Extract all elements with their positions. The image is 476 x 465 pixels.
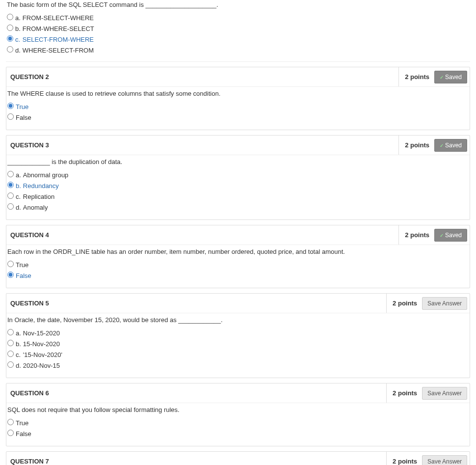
radio-true[interactable] bbox=[7, 103, 14, 109]
points-label: 2 points bbox=[393, 458, 417, 465]
question-title: QUESTION 7 bbox=[6, 452, 53, 465]
points-label: 2 points bbox=[393, 300, 417, 307]
question-title: QUESTION 2 bbox=[6, 67, 53, 86]
question-header: QUESTION 7 2 points Save Answer bbox=[6, 452, 470, 465]
option-d[interactable]: d. WHERE-SELECT-FROM bbox=[6, 45, 95, 55]
question-meta: 2 points Save Answer bbox=[386, 383, 470, 403]
save-answer-button[interactable]: Save Answer bbox=[422, 455, 467, 465]
question-meta: 2 points ✓Saved bbox=[398, 67, 470, 86]
option-letter: a. bbox=[15, 169, 22, 180]
radio-false[interactable] bbox=[7, 430, 14, 436]
question-prompt: The WHERE clause is used to retrieve col… bbox=[6, 89, 470, 101]
check-icon: ✓ bbox=[440, 75, 444, 80]
saved-button[interactable]: ✓Saved bbox=[434, 139, 467, 152]
option-true[interactable]: True bbox=[6, 259, 32, 270]
check-icon: ✓ bbox=[440, 233, 444, 238]
question-4: QUESTION 4 2 points ✓Saved Each row in t… bbox=[6, 225, 470, 288]
option-text: WHERE-SELECT-FROM bbox=[22, 45, 95, 55]
question-6: QUESTION 6 2 points Save Answer SQL does… bbox=[6, 383, 470, 446]
points-label: 2 points bbox=[405, 141, 429, 149]
option-true[interactable]: True bbox=[6, 101, 32, 112]
option-text: Nov-15-2020 bbox=[22, 328, 63, 338]
saved-label: Saved bbox=[445, 74, 462, 81]
question-header: QUESTION 3 2 points ✓Saved bbox=[6, 136, 470, 155]
option-d[interactable]: d. 2020-Nov-15 bbox=[6, 360, 63, 371]
option-text: 2020-Nov-15 bbox=[22, 360, 63, 371]
radio-d[interactable] bbox=[7, 361, 14, 368]
radio-c[interactable] bbox=[7, 35, 13, 42]
radio-false[interactable] bbox=[7, 272, 14, 278]
options: True False bbox=[6, 417, 32, 439]
question-title: QUESTION 5 bbox=[6, 294, 53, 313]
question-meta: 2 points ✓Saved bbox=[398, 225, 470, 245]
option-letter: c. bbox=[15, 191, 22, 202]
option-c[interactable]: c. Replication bbox=[6, 191, 69, 202]
points-label: 2 points bbox=[393, 389, 417, 397]
option-text: True bbox=[15, 417, 32, 428]
saved-label: Saved bbox=[445, 142, 462, 149]
option-false[interactable]: False bbox=[6, 112, 32, 123]
radio-d[interactable] bbox=[7, 203, 14, 210]
option-text: Abnormal group bbox=[22, 169, 70, 180]
option-c[interactable]: c. '15-Nov-2020' bbox=[6, 349, 63, 360]
option-text: False bbox=[15, 428, 32, 439]
option-text: False bbox=[15, 270, 32, 281]
option-text: Replication bbox=[22, 191, 70, 202]
radio-b[interactable] bbox=[7, 182, 14, 188]
option-letter: b. bbox=[15, 180, 22, 191]
check-icon: ✓ bbox=[440, 143, 444, 148]
option-letter: d. bbox=[14, 45, 22, 55]
option-b[interactable]: b. 15-Nov-2020 bbox=[6, 338, 63, 349]
option-a[interactable]: a. Nov-15-2020 bbox=[6, 328, 63, 338]
question-header: QUESTION 4 2 points ✓Saved bbox=[6, 225, 470, 245]
question-title: QUESTION 6 bbox=[6, 383, 53, 403]
option-b[interactable]: b. Redundancy bbox=[6, 180, 69, 191]
question-meta: 2 points Save Answer bbox=[386, 294, 470, 313]
save-answer-button[interactable]: Save Answer bbox=[422, 297, 467, 310]
question-title: QUESTION 4 bbox=[6, 225, 53, 245]
saved-button[interactable]: ✓Saved bbox=[434, 71, 467, 83]
radio-b[interactable] bbox=[7, 340, 14, 346]
options: True False bbox=[6, 101, 32, 123]
option-letter: b. bbox=[15, 338, 22, 349]
radio-a[interactable] bbox=[7, 329, 14, 335]
options: True False bbox=[6, 259, 32, 281]
question-header: QUESTION 6 2 points Save Answer bbox=[6, 383, 470, 403]
option-true[interactable]: True bbox=[6, 417, 32, 428]
radio-a[interactable] bbox=[7, 14, 13, 20]
radio-d[interactable] bbox=[7, 46, 13, 53]
question-5: QUESTION 5 2 points Save Answer In Oracl… bbox=[6, 293, 470, 378]
question-prompt: Each row in the ORDR_LINE table has an o… bbox=[6, 247, 470, 259]
question-meta: 2 points ✓Saved bbox=[398, 136, 470, 155]
option-text: 15-Nov-2020 bbox=[22, 338, 63, 349]
radio-true[interactable] bbox=[7, 419, 14, 425]
options: a. Nov-15-2020 b. 15-Nov-2020 c. '15-Nov… bbox=[6, 328, 63, 371]
radio-a[interactable] bbox=[7, 171, 14, 177]
option-text: FROM-SELECT-WHERE bbox=[22, 12, 95, 23]
points-label: 2 points bbox=[405, 231, 429, 239]
radio-c[interactable] bbox=[7, 192, 14, 199]
radio-c[interactable] bbox=[7, 351, 14, 357]
option-d[interactable]: d. Anomaly bbox=[6, 202, 69, 213]
radio-false[interactable] bbox=[7, 113, 14, 120]
radio-true[interactable] bbox=[7, 261, 14, 267]
question-prompt: In Oracle, the date, November 15, 2020, … bbox=[6, 315, 470, 328]
option-letter: c. bbox=[15, 349, 22, 360]
option-text: True bbox=[15, 259, 32, 270]
option-letter: a. bbox=[15, 328, 22, 338]
option-false[interactable]: False bbox=[6, 270, 32, 281]
question-7: QUESTION 7 2 points Save Answer The ____… bbox=[6, 451, 470, 465]
option-a[interactable]: a. Abnormal group bbox=[6, 169, 69, 180]
save-answer-button[interactable]: Save Answer bbox=[422, 387, 467, 400]
saved-label: Saved bbox=[445, 232, 462, 239]
option-false[interactable]: False bbox=[6, 428, 32, 439]
option-letter: c. bbox=[14, 34, 22, 45]
question-1: The basic form of the SQL SELECT command… bbox=[6, 0, 470, 62]
options: a. Abnormal group b. Redundancy c. Repli… bbox=[6, 169, 69, 213]
saved-button[interactable]: ✓Saved bbox=[434, 229, 467, 242]
question-header: QUESTION 2 2 points ✓Saved bbox=[6, 67, 470, 87]
option-a[interactable]: a. FROM-SELECT-WHERE bbox=[6, 12, 95, 23]
option-b[interactable]: b. FROM-WHERE-SELECT bbox=[6, 23, 95, 34]
option-c[interactable]: c. SELECT-FROM-WHERE bbox=[6, 34, 95, 45]
radio-b[interactable] bbox=[7, 25, 13, 31]
